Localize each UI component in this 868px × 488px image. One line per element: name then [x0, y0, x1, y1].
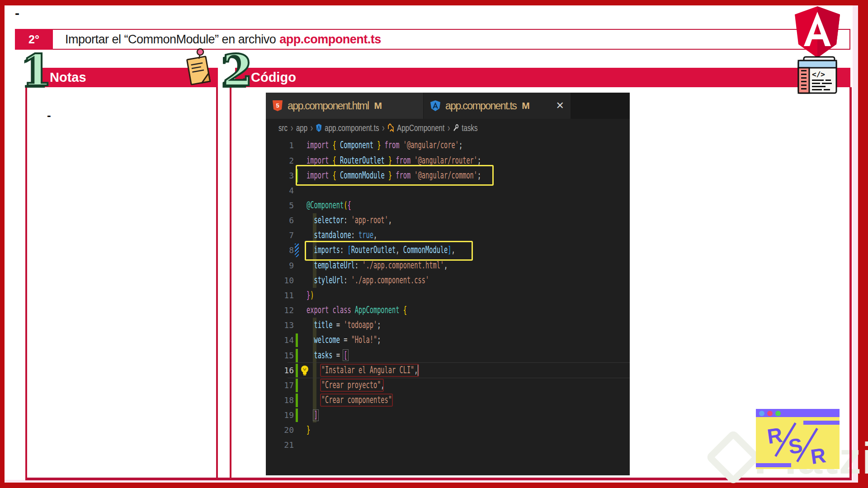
line-number: 10: [266, 273, 294, 288]
line-number: 2: [266, 153, 294, 168]
section1-title: Notas: [50, 70, 86, 85]
bracket-match-box: [343, 349, 349, 361]
code-line: 1import { Component } from '@angular/cor…: [266, 138, 630, 153]
code-area[interactable]: 1import { Component } from '@angular/cor…: [266, 93, 630, 475]
string-warning-box: [320, 364, 419, 377]
section2-number: 2: [222, 49, 253, 92]
code-panel-right-border: [849, 87, 852, 480]
section1-number: 1: [22, 49, 52, 92]
string-warning-box: [320, 394, 393, 407]
line-number: 14: [266, 333, 294, 347]
line-number: 4: [266, 183, 294, 198]
sticky-note-icon: [185, 48, 212, 90]
window-dot-pink: [767, 411, 773, 416]
code-text: }): [307, 288, 314, 303]
line-number: 16: [266, 363, 294, 378]
line-number: 17: [266, 378, 294, 393]
line-number: 21: [266, 437, 294, 452]
gutter-modified-marker: [295, 244, 299, 257]
line-number: 8: [266, 243, 294, 258]
line-number: 7: [266, 228, 294, 243]
gutter-added-marker: [296, 333, 298, 347]
top-dash: -: [15, 11, 19, 15]
code-text: welcome = "Hola!";: [307, 333, 381, 347]
rsr-logo: R S R: [756, 409, 840, 469]
code-text: }: [307, 422, 310, 437]
frame-right: [858, 0, 868, 488]
lightbulb-icon[interactable]: [299, 365, 310, 378]
code-line: 6 selector: 'app-root',: [266, 213, 630, 228]
line-number: 18: [266, 393, 294, 408]
line-number: 15: [266, 348, 294, 363]
window-dot-green: [775, 411, 781, 416]
notes-dash: -: [47, 113, 51, 117]
page-title-filename: app.component.ts: [279, 33, 381, 47]
notes-panel-left-border: [25, 87, 27, 480]
bracket-match-box: [313, 409, 319, 421]
frame-left: [0, 0, 5, 488]
code-line: 10 styleUrl: './app.component.css': [266, 273, 630, 288]
vscode-editor[interactable]: 5 app.component.html M app.component.ts …: [266, 93, 630, 475]
code-text: title = 'todoapp';: [307, 318, 381, 333]
rsr-bar-bottom: [756, 463, 791, 467]
section2-title: Código: [251, 70, 296, 85]
code-line: 5@Component({: [266, 198, 630, 213]
line-number: 11: [266, 288, 294, 303]
line-number: 20: [266, 422, 294, 437]
line-number: 6: [266, 213, 294, 228]
code-text: selector: 'app-root',: [307, 213, 392, 228]
gutter-added-marker: [296, 408, 298, 422]
line-number: 5: [266, 198, 294, 213]
code-line: 19 ]: [266, 408, 630, 422]
frame-bottom: [0, 483, 868, 488]
gutter-added-marker: [296, 394, 298, 407]
code-window-icon: </>: [797, 56, 838, 97]
code-line: 15 tasks = [: [266, 348, 630, 363]
rsr-bar-top: [803, 421, 840, 425]
code-panel-left-border: [230, 87, 231, 480]
window-dot-blue: [759, 411, 764, 416]
line-number: 1: [266, 138, 294, 153]
gutter-added-marker: [296, 379, 298, 392]
svg-text:</>: </>: [812, 70, 825, 79]
code-line: 13 title = 'todoapp';: [266, 318, 630, 333]
line-number: 9: [266, 258, 294, 273]
code-text: import { Component } from '@angular/core…: [307, 138, 462, 153]
code-line: 12export class AppComponent {: [266, 303, 630, 318]
line-number: 12: [266, 303, 294, 318]
highlight-box-import-commonmodule: [296, 165, 494, 186]
code-text: styleUrl: './app.component.css': [307, 273, 429, 288]
code-line: 20}: [266, 422, 630, 437]
code-text: tasks = [: [307, 348, 347, 363]
rsr-titlebar: [756, 409, 840, 417]
gutter-added-marker: [296, 364, 298, 377]
page-title-text: Importar el “CommonModule” en archivo: [65, 33, 276, 47]
gutter-added-marker: [296, 349, 298, 362]
string-warning-box: [320, 379, 384, 392]
code-line: 14 welcome = "Hola!";: [266, 333, 630, 347]
frame-top: [0, 0, 868, 5]
notes-panel-right-border: [216, 87, 218, 480]
code-text: export class AppComponent {: [307, 303, 407, 318]
highlight-box-imports-array: [305, 241, 473, 261]
platzi-diamond-icon: [705, 429, 761, 485]
line-number: 19: [266, 408, 294, 422]
code-line: 11}): [266, 288, 630, 303]
line-number: 13: [266, 318, 294, 333]
section2-header-bar: Código: [235, 68, 850, 87]
frame-pink-strip-right: [853, 5, 858, 483]
slide-page: - 2° Importar el “CommonModule” en archi…: [0, 0, 868, 488]
code-line: 21: [266, 437, 630, 452]
code-text: @Component({: [307, 198, 351, 213]
line-number: 3: [266, 168, 294, 183]
angular-logo-icon: [794, 5, 841, 61]
